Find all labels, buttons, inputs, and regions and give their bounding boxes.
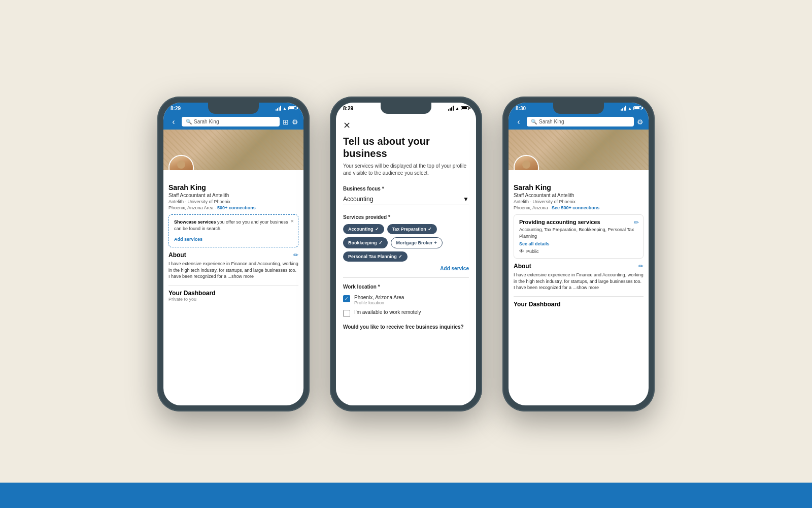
about-edit-icon[interactable]: ✏ bbox=[293, 251, 298, 259]
search-bar[interactable]: 🔍 Sarah King bbox=[527, 117, 634, 126]
phone-3-notch bbox=[553, 103, 604, 114]
search-text: Sarah King bbox=[194, 119, 219, 124]
signal-icon bbox=[448, 106, 454, 111]
about-title: About bbox=[514, 263, 531, 270]
phone-1: 8:29 ▲ ‹ 🔍 Sarah King ⊞ bbox=[157, 97, 310, 411]
phoenix-checkbox[interactable] bbox=[343, 295, 350, 302]
showcase-banner: × Showcase services you offer so you and… bbox=[168, 214, 298, 247]
wifi-icon: ▲ bbox=[283, 106, 287, 111]
dashboard-title: Your Dashboard bbox=[514, 301, 644, 308]
gear-icon[interactable]: ⚙ bbox=[637, 118, 644, 126]
back-button[interactable]: ‹ bbox=[514, 117, 524, 126]
profile-name: Sarah King bbox=[168, 183, 298, 192]
signal-icon bbox=[621, 106, 626, 111]
about-edit-icon[interactable]: ✏ bbox=[638, 263, 644, 270]
about-title: About bbox=[168, 251, 186, 259]
profile-location-connections: Phoenix, Arizona Area · 500+ connections bbox=[168, 205, 298, 210]
profile-title: Staff Accountant at Antelith bbox=[168, 193, 298, 198]
check-icon: ✓ bbox=[428, 227, 432, 232]
about-text: I have extensive experience in Finance a… bbox=[514, 272, 644, 291]
phoenix-location-text: Phoenix, Arizona Area Profile location bbox=[354, 295, 404, 305]
services-card-body: Accounting, Tax Preparation, Bookkeeping… bbox=[519, 227, 638, 239]
see-all-link[interactable]: See all details bbox=[519, 241, 638, 246]
remote-checkbox[interactable] bbox=[343, 310, 350, 317]
business-focus-label: Business focus * bbox=[336, 183, 476, 194]
check-icon: ✓ bbox=[379, 240, 383, 245]
profile-location-connections: Phoenix, Arizona · See 500+ connections bbox=[514, 205, 644, 210]
battery-icon bbox=[633, 106, 641, 110]
svg-point-2 bbox=[522, 161, 530, 169]
cover-photo: ✏ ••• bbox=[509, 130, 649, 170]
profile-meta: Antelith · University of Phoenix bbox=[168, 199, 298, 204]
visibility-badge: 👁 Public bbox=[519, 248, 638, 254]
battery-icon bbox=[461, 106, 469, 110]
phone-2-notch bbox=[381, 103, 431, 114]
chevron-down-icon: ▼ bbox=[463, 196, 469, 203]
profile-meta: Antelith · University of Phoenix bbox=[514, 199, 644, 204]
check-icon: ✓ bbox=[398, 254, 402, 259]
qr-icon[interactable]: ⊞ bbox=[283, 118, 289, 126]
search-bar[interactable]: 🔍 Sarah King bbox=[182, 117, 280, 126]
cover-photo: ✏ ••• bbox=[163, 130, 303, 170]
dialog-subtitle: Your services will be displayed at the t… bbox=[336, 163, 476, 183]
service-tag-personal-tax[interactable]: Personal Tax Planning ✓ bbox=[343, 251, 408, 262]
phone-3-screen: 8:30 ▲ ‹ 🔍 Sarah King ⚙ bbox=[509, 103, 649, 405]
gear-icon[interactable]: ⚙ bbox=[292, 118, 298, 126]
phone-3-navbar: ‹ 🔍 Sarah King ⚙ bbox=[509, 114, 649, 130]
search-icon: 🔍 bbox=[531, 119, 537, 124]
service-tag-tax-preparation[interactable]: Tax Preparation ✓ bbox=[387, 224, 437, 234]
phone-1-status-icons: ▲ bbox=[276, 106, 296, 111]
connections-link[interactable]: See 500+ connections bbox=[552, 205, 599, 210]
wifi-icon: ▲ bbox=[455, 106, 459, 111]
connections-link[interactable]: 500+ connections bbox=[217, 205, 256, 210]
add-service-link[interactable]: Add service bbox=[336, 266, 476, 275]
services-label: Services provided * bbox=[336, 211, 476, 222]
phone-1-screen: 8:29 ▲ ‹ 🔍 Sarah King ⊞ bbox=[163, 103, 303, 405]
phone-2-time: 8:29 bbox=[343, 106, 353, 111]
phone-3-status-icons: ▲ bbox=[621, 106, 641, 111]
dialog-close-button[interactable]: ✕ bbox=[336, 114, 476, 133]
search-text: Sarah King bbox=[539, 119, 564, 124]
signal-icon bbox=[276, 106, 281, 111]
check-icon: ✓ bbox=[375, 227, 379, 232]
phone-3: 8:30 ▲ ‹ 🔍 Sarah King ⚙ bbox=[502, 97, 655, 411]
add-services-button[interactable]: Add services bbox=[174, 237, 202, 242]
services-card: ✏ Providing accounting services Accounti… bbox=[514, 214, 644, 259]
profile-title: Staff Accountant at Antelith bbox=[514, 193, 644, 198]
back-button[interactable]: ‹ bbox=[168, 117, 179, 126]
service-tag-accounting[interactable]: Accounting ✓ bbox=[343, 224, 384, 234]
dashboard-section: Your Dashboard bbox=[514, 296, 644, 308]
phone-1-time: 8:29 bbox=[171, 106, 181, 111]
main-scene: 8:29 ▲ ‹ 🔍 Sarah King ⊞ bbox=[137, 76, 675, 432]
phone-2-status-icons: ▲ bbox=[448, 106, 469, 111]
svg-point-0 bbox=[177, 161, 185, 169]
phone-1-navbar: ‹ 🔍 Sarah King ⊞ ⚙ bbox=[163, 114, 303, 130]
wifi-icon: ▲ bbox=[628, 106, 632, 111]
remote-row: I'm available to work remotely bbox=[336, 307, 476, 319]
work-location-label: Work location * bbox=[336, 280, 476, 293]
phone-1-notch bbox=[208, 103, 259, 114]
services-edit-icon[interactable]: ✏ bbox=[634, 219, 639, 226]
divider bbox=[343, 277, 469, 278]
bottom-bar bbox=[0, 483, 812, 508]
service-tag-mortgage-broker[interactable]: Mortgage Broker + bbox=[391, 237, 443, 248]
about-text: I have extensive experience in Finance a… bbox=[168, 261, 298, 280]
business-focus-dropdown[interactable]: Accounting ▼ bbox=[343, 194, 469, 205]
eye-icon: 👁 bbox=[519, 248, 524, 254]
profile-name: Sarah King bbox=[514, 183, 644, 192]
search-icon: 🔍 bbox=[186, 119, 192, 124]
services-grid: Accounting ✓ Tax Preparation ✓ Bookkeepi… bbox=[336, 222, 476, 266]
close-icon[interactable]: × bbox=[291, 218, 294, 224]
dashboard-section: Your Dashboard Private to you bbox=[168, 285, 298, 302]
about-section-header: About ✏ bbox=[168, 251, 298, 259]
phone-3-profile-content: Sarah King Staff Accountant at Antelith … bbox=[509, 170, 649, 308]
services-card-title: Providing accounting services bbox=[519, 219, 638, 225]
business-focus-value: Accounting bbox=[343, 196, 373, 203]
phone-1-profile-content: Sarah King Staff Accountant at Antelith … bbox=[163, 170, 303, 302]
battery-icon bbox=[288, 106, 296, 110]
service-tag-bookkeeping[interactable]: Bookkeeping ✓ bbox=[343, 237, 388, 248]
add-icon: + bbox=[434, 240, 437, 245]
dashboard-title: Your Dashboard bbox=[168, 290, 298, 297]
about-section-header: About ✏ bbox=[514, 263, 644, 270]
phone-3-time: 8:30 bbox=[516, 106, 526, 111]
